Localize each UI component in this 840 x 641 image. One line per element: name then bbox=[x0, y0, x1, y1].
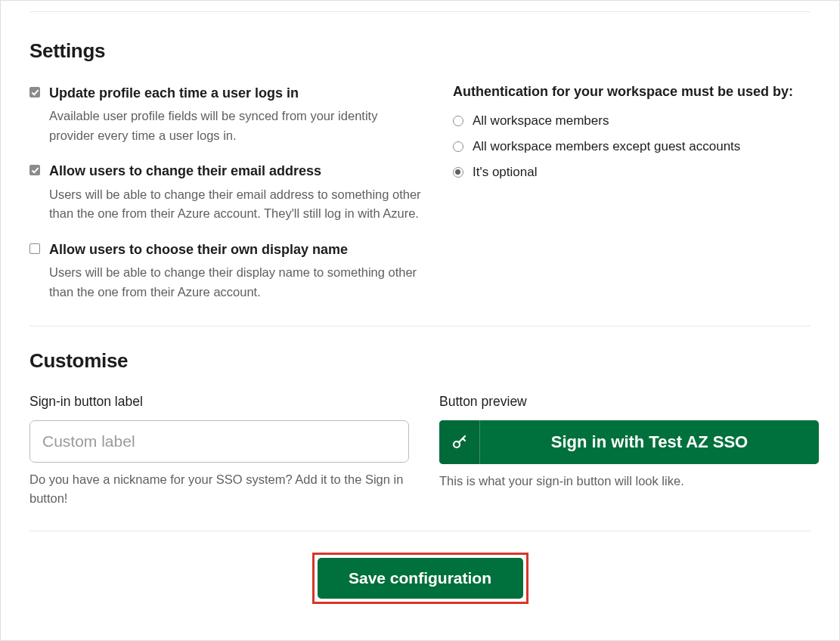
auth-heading: Authentication for your workspace must b… bbox=[453, 84, 811, 100]
settings-heading: Settings bbox=[29, 39, 811, 63]
setting-title: Update profile each time a user logs in bbox=[49, 84, 423, 102]
button-preview: Sign in with Test AZ SSO bbox=[439, 420, 819, 464]
setting-display-name[interactable]: Allow users to choose their own display … bbox=[29, 240, 423, 302]
auth-column: Authentication for your workspace must b… bbox=[453, 84, 811, 302]
setting-change-email[interactable]: Allow users to change their email addres… bbox=[29, 162, 423, 223]
radio-label: It's optional bbox=[473, 165, 537, 180]
radio-input[interactable] bbox=[453, 141, 463, 152]
signin-label-field-label: Sign-in button label bbox=[29, 394, 409, 410]
checkbox-display-name[interactable] bbox=[29, 243, 40, 254]
radio-optional[interactable]: It's optional bbox=[453, 165, 811, 180]
customise-heading: Customise bbox=[29, 349, 811, 373]
signin-label-input[interactable] bbox=[29, 420, 409, 463]
setting-desc: Available user profile fields will be sy… bbox=[49, 107, 423, 145]
setting-title: Allow users to change their email addres… bbox=[49, 162, 423, 180]
button-preview-label: Button preview bbox=[439, 394, 819, 410]
checkbox-change-email[interactable] bbox=[29, 165, 40, 175]
radio-label: All workspace members except guest accou… bbox=[473, 139, 740, 154]
setting-update-profile[interactable]: Update profile each time a user logs in … bbox=[29, 84, 423, 145]
checkbox-update-profile[interactable] bbox=[29, 87, 40, 98]
setting-desc: Users will be able to change their displ… bbox=[49, 263, 423, 302]
save-configuration-button[interactable]: Save configuration bbox=[318, 558, 523, 599]
signin-hint: Do you have a nickname for your SSO syst… bbox=[29, 470, 409, 508]
setting-desc: Users will be able to change their email… bbox=[49, 185, 423, 224]
key-icon bbox=[439, 420, 480, 464]
radio-input[interactable] bbox=[453, 116, 463, 126]
radio-except-guests[interactable]: All workspace members except guest accou… bbox=[453, 139, 811, 154]
radio-input[interactable] bbox=[453, 167, 463, 178]
save-button-highlight: Save configuration bbox=[312, 553, 528, 604]
radio-all-members[interactable]: All workspace members bbox=[453, 113, 811, 129]
divider-bottom bbox=[29, 531, 811, 531]
divider-top bbox=[29, 11, 811, 12]
button-preview-text: Sign in with Test AZ SSO bbox=[480, 420, 819, 464]
radio-label: All workspace members bbox=[473, 113, 609, 129]
divider-mid bbox=[29, 326, 811, 327]
setting-title: Allow users to choose their own display … bbox=[49, 240, 423, 259]
button-preview-hint: This is what your sign-in button will lo… bbox=[439, 472, 819, 491]
settings-checkboxes-column: Update profile each time a user logs in … bbox=[29, 84, 423, 302]
